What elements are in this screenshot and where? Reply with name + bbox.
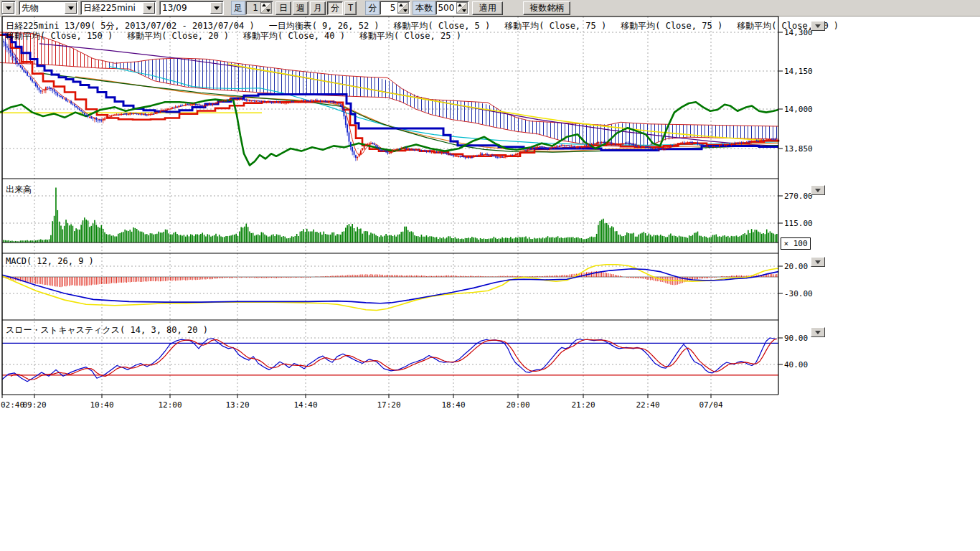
svg-text:17:20: 17:20	[377, 400, 400, 410]
svg-text:22:40: 22:40	[636, 400, 659, 410]
macd-pane-series	[2, 265, 778, 311]
svg-text:115.00: 115.00	[784, 219, 813, 228]
volume-pane-menu-button[interactable]	[811, 185, 825, 195]
svg-text:10:40: 10:40	[90, 400, 113, 410]
macd-pane-label: MACD( 12, 26, 9 )	[6, 256, 94, 266]
gridlines	[2, 17, 778, 395]
svg-text:12:00: 12:00	[158, 400, 182, 410]
svg-text:13:20: 13:20	[225, 400, 249, 410]
trading-app-window: 先物 日経225mini 13/09 足 1 日 週 月 分 T 分 5 本数 …	[0, 0, 980, 551]
svg-text:07/04: 07/04	[699, 400, 722, 410]
stoch-pane-menu-button[interactable]	[811, 327, 825, 337]
price-pane-menu-button[interactable]	[811, 21, 825, 31]
volume-pane-label: 出来高	[6, 184, 32, 196]
svg-text:20.00: 20.00	[784, 262, 808, 271]
chart-canvas: 14,30014,15014,00013,850270.00115.0020.0…	[0, 0, 980, 551]
legend-item: 移動平均( Close, 25 )	[359, 30, 461, 42]
svg-text:02:40: 02:40	[1, 400, 24, 410]
price-pane-series	[0, 32, 778, 165]
volume-scale-note: × 100	[781, 237, 811, 250]
svg-text:270.00: 270.00	[784, 192, 813, 201]
svg-text:14,000: 14,000	[784, 105, 813, 114]
macd-pane-menu-button[interactable]	[811, 257, 825, 267]
legend-item: 移動平均( Close, 40 )	[243, 30, 345, 42]
svg-text:40.00: 40.00	[784, 360, 808, 369]
stoch-pane-label: スロー・ストキャスティクス( 14, 3, 80, 20 )	[6, 324, 208, 336]
svg-text:13,850: 13,850	[784, 144, 813, 154]
right-axis-labels: 14,30014,15014,00013,850270.00115.0020.0…	[778, 28, 813, 369]
legend-item: 移動平均( Close, 75 )	[621, 20, 722, 32]
legend-item: 移動平均( Close, 20 )	[127, 30, 229, 42]
svg-text:-30.00: -30.00	[784, 289, 813, 298]
svg-text:14:40: 14:40	[293, 400, 317, 410]
stoch-pane-series	[2, 338, 778, 382]
svg-text:14,150: 14,150	[784, 67, 813, 76]
svg-text:21:20: 21:20	[571, 400, 595, 410]
x-axis-labels: 02:4009:2010:4012:0013:2014:4017:2018:40…	[1, 395, 723, 410]
svg-text:20:00: 20:00	[506, 400, 529, 410]
chart-legend-line2: 移動平均( Close, 150 ) 移動平均( Close, 20 ) 移動平…	[6, 30, 461, 42]
svg-text:90.00: 90.00	[784, 334, 808, 343]
legend-item: 移動平均( Close, 150 )	[6, 30, 113, 42]
svg-text:09:20: 09:20	[22, 400, 46, 410]
svg-text:18:40: 18:40	[441, 400, 465, 410]
legend-item: 移動平均( Close, 75 )	[504, 20, 606, 32]
